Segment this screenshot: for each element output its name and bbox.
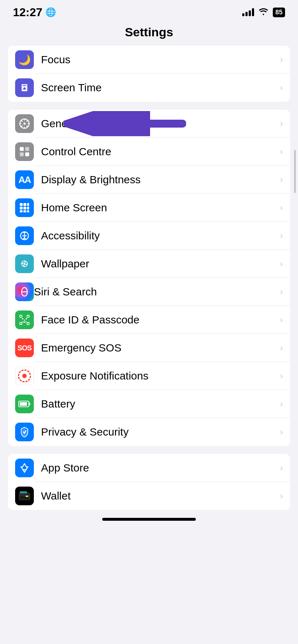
- accessibility-chevron-icon: ›: [280, 231, 283, 241]
- faceid-chevron-icon: ›: [280, 315, 283, 325]
- privacy-chevron-icon: ›: [280, 427, 283, 437]
- battery-level: 85: [275, 9, 283, 16]
- display-icon: AA: [15, 170, 34, 189]
- svg-rect-42: [20, 315, 22, 317]
- svg-point-35: [24, 263, 25, 264]
- display-chevron-icon: ›: [280, 175, 283, 185]
- focus-chevron-icon: ›: [280, 55, 283, 65]
- battery-chevron-icon: ›: [280, 399, 283, 409]
- emergencysos-label: Emergency SOS: [41, 342, 277, 354]
- svg-rect-26: [23, 210, 26, 212]
- settings-row-controlcentre[interactable]: Control Centre ›: [8, 138, 290, 166]
- settings-row-faceid[interactable]: Face ID & Passcode ›: [8, 306, 290, 334]
- exposure-icon: [15, 367, 34, 385]
- settings-row-accessibility[interactable]: Accessibility ›: [8, 222, 290, 250]
- svg-point-4: [23, 123, 26, 125]
- svg-rect-19: [20, 203, 23, 206]
- emergencysos-chevron-icon: ›: [280, 343, 283, 353]
- page-title: Settings: [125, 25, 173, 39]
- svg-rect-43: [27, 315, 29, 317]
- time-label: 12:27: [13, 6, 42, 19]
- wallpaper-chevron-icon: ›: [280, 259, 283, 269]
- svg-rect-24: [27, 207, 29, 210]
- svg-rect-21: [27, 203, 29, 206]
- wallpaper-label: Wallpaper: [41, 258, 277, 270]
- svg-rect-50: [29, 402, 30, 405]
- svg-rect-2: [23, 85, 26, 86]
- faceid-label: Face ID & Passcode: [41, 314, 277, 326]
- controlcentre-label: Control Centre: [41, 146, 277, 158]
- settings-row-general[interactable]: General ›: [8, 110, 290, 138]
- settings-row-exposure[interactable]: Exposure Notifications ›: [8, 362, 290, 390]
- globe-icon: 🌐: [45, 7, 56, 17]
- svg-rect-20: [23, 203, 26, 206]
- svg-line-13: [21, 126, 22, 127]
- screentime-icon: [15, 78, 34, 97]
- settings-section-1: 🌙 Focus › Screen Time ›: [8, 46, 290, 102]
- svg-rect-57: [26, 496, 28, 497]
- emergencysos-icon: SOS: [15, 339, 34, 357]
- svg-rect-27: [27, 210, 29, 212]
- settings-row-screentime[interactable]: Screen Time ›: [8, 74, 290, 102]
- appstore-chevron-icon: ›: [280, 463, 283, 473]
- screentime-label: Screen Time: [41, 82, 277, 94]
- exposure-label: Exposure Notifications: [41, 370, 277, 382]
- settings-section-2: General › Control: [8, 110, 290, 446]
- svg-rect-25: [20, 210, 23, 212]
- svg-point-37: [24, 266, 25, 267]
- status-right: 85: [242, 7, 285, 17]
- focus-icon: 🌙: [15, 50, 34, 69]
- settings-row-privacy[interactable]: Privacy & Security ›: [8, 418, 290, 446]
- battery-label: Battery: [41, 398, 277, 410]
- general-icon: [15, 114, 34, 133]
- home-indicator[interactable]: [102, 518, 196, 521]
- settings-row-wallet[interactable]: Wallet ›: [8, 482, 290, 510]
- signal-icon: [242, 8, 254, 16]
- svg-rect-18: [25, 152, 29, 156]
- siri-chevron-icon: ›: [280, 287, 283, 297]
- wallet-label: Wallet: [41, 490, 277, 502]
- svg-point-36: [24, 261, 25, 262]
- screentime-chevron-icon: ›: [280, 83, 283, 93]
- svg-rect-44: [20, 322, 22, 325]
- svg-line-10: [21, 120, 22, 121]
- svg-point-47: [26, 318, 27, 319]
- settings-row-emergencysos[interactable]: SOS Emergency SOS ›: [8, 334, 290, 362]
- siri-label: Siri & Search: [34, 286, 277, 298]
- svg-rect-23: [23, 207, 26, 210]
- settings-row-battery[interactable]: Battery ›: [8, 390, 290, 418]
- svg-rect-15: [20, 147, 24, 151]
- svg-rect-51: [20, 402, 27, 406]
- appstore-icon: [15, 459, 34, 477]
- settings-row-siri[interactable]: Siri & Search ›: [8, 278, 290, 306]
- svg-point-46: [22, 318, 23, 319]
- general-chevron-icon: ›: [280, 119, 283, 129]
- privacy-label: Privacy & Security: [41, 426, 277, 438]
- svg-point-38: [21, 263, 22, 264]
- privacy-icon: [15, 423, 34, 441]
- controlcentre-chevron-icon: ›: [280, 147, 283, 157]
- general-label: General: [41, 118, 277, 130]
- settings-row-display[interactable]: AA Display & Brightness ›: [8, 166, 290, 194]
- wallpaper-icon: [15, 254, 34, 273]
- controlcentre-icon: [15, 142, 34, 161]
- settings-row-focus[interactable]: 🌙 Focus ›: [8, 46, 290, 74]
- svg-line-11: [27, 126, 28, 127]
- settings-section-3: App Store › Wallet ›: [8, 454, 290, 510]
- wallet-chevron-icon: ›: [280, 491, 283, 501]
- settings-row-appstore[interactable]: App Store ›: [8, 454, 290, 482]
- display-label: Display & Brightness: [41, 174, 277, 186]
- accessibility-label: Accessibility: [41, 230, 277, 242]
- settings-row-wallpaper[interactable]: Wallpaper ›: [8, 250, 290, 278]
- svg-rect-16: [25, 147, 29, 151]
- svg-rect-58: [20, 491, 27, 493]
- battery-indicator: 85: [273, 8, 285, 17]
- siri-icon: [15, 282, 34, 301]
- wifi-icon: [258, 7, 268, 17]
- scroll-indicator[interactable]: [294, 150, 296, 193]
- homescreen-label: Home Screen: [41, 202, 277, 214]
- wallet-icon: [15, 487, 34, 505]
- settings-row-homescreen[interactable]: Home Screen ›: [8, 194, 290, 222]
- status-bar: 12:27 🌐 85: [0, 0, 298, 22]
- svg-point-39: [27, 263, 28, 264]
